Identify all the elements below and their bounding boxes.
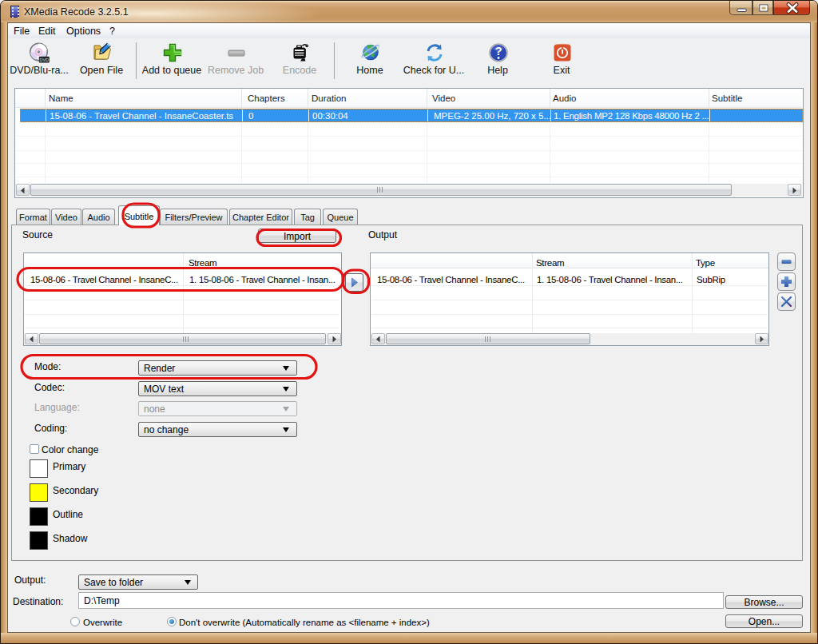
svg-text:DVD: DVD [39,58,49,62]
svg-text:?: ? [494,44,502,58]
